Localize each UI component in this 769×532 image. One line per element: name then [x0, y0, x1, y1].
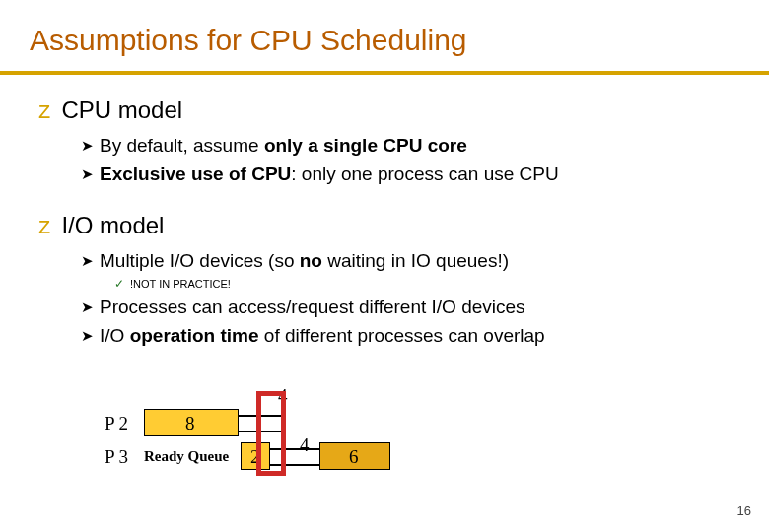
heading-io-model: zI/O model	[37, 212, 739, 240]
label-4-right: 4	[300, 434, 310, 456]
text: By default, assume	[100, 135, 264, 156]
title-rule	[0, 71, 769, 75]
check-icon: ✓	[114, 277, 124, 291]
z-bullet: z	[37, 99, 51, 125]
text: of different processes can overlap	[264, 325, 545, 346]
label-ready-queue: Ready Queue	[144, 448, 229, 465]
text: I/O	[100, 325, 130, 346]
heading-text: I/O model	[61, 212, 164, 238]
process-diagram: 4 P 2 8 P 3 Ready Queue 2 4 6	[105, 399, 597, 488]
heading-text: CPU model	[61, 97, 182, 123]
section-io-model: zI/O model ➤Multiple I/O devices (so no …	[30, 212, 739, 348]
text: !NOT IN PRACTICE!	[130, 278, 231, 290]
label-6: 6	[349, 446, 359, 468]
arrow-icon: ➤	[81, 136, 94, 156]
text: : only one process can use CPU	[291, 164, 558, 184]
bullet-overlap: ➤I/O operation time of different process…	[81, 323, 739, 349]
red-highlight	[256, 391, 286, 476]
heading-cpu-model: zCPU model	[37, 97, 739, 125]
slide-title: Assumptions for CPU Scheduling	[30, 24, 739, 57]
label-8: 8	[185, 413, 195, 434]
bold-text: Exclusive use of CPU	[100, 164, 291, 184]
section-cpu-model: zCPU model ➤By default, assume only a si…	[30, 97, 739, 186]
arrow-icon: ➤	[81, 298, 94, 317]
bold-text: only a single CPU core	[264, 135, 467, 156]
z-bullet: z	[37, 214, 51, 240]
slide: Assumptions for CPU Scheduling zCPU mode…	[0, 0, 769, 532]
bold-text: operation time	[130, 325, 264, 346]
page-number: 16	[737, 503, 751, 518]
bullet-exclusive-use: ➤Exclusive use of CPU: only one process …	[81, 162, 739, 187]
text: waiting in IO queues!)	[322, 250, 509, 271]
bold-text: no	[300, 250, 322, 271]
bullet-access-request: ➤Processes can access/request different …	[81, 295, 739, 320]
sub-not-in-practice: ✓!NOT IN PRACTICE!	[114, 277, 739, 291]
label-p3: P 3	[105, 446, 128, 468]
arrow-icon: ➤	[81, 251, 94, 271]
text: Multiple I/O devices (so	[100, 250, 300, 271]
bullet-single-core: ➤By default, assume only a single CPU co…	[81, 133, 739, 159]
text: Processes can access/request different I…	[100, 297, 525, 317]
arrow-icon: ➤	[81, 165, 94, 184]
bullet-multiple-devices: ➤Multiple I/O devices (so no waiting in …	[81, 248, 739, 274]
label-p2: P 2	[105, 413, 128, 434]
arrow-icon: ➤	[81, 326, 94, 346]
